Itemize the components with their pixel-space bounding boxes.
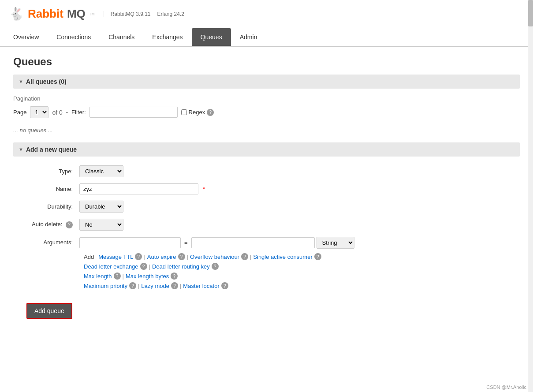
type-row: Type: Classic Quorum bbox=[26, 165, 507, 177]
args-val-input[interactable] bbox=[191, 237, 315, 248]
args-link-row-1: Add Message TTL ? | Auto expire ? | Over… bbox=[84, 253, 354, 260]
arg-link-overflow-behaviour[interactable]: Overflow behaviour bbox=[190, 254, 239, 260]
page-label: Page bbox=[13, 109, 26, 116]
logo-area: 🐇 RabbitMQTM bbox=[9, 7, 95, 21]
overflow-help-icon[interactable]: ? bbox=[241, 253, 248, 260]
dead-letter-exchange-help-icon[interactable]: ? bbox=[140, 263, 147, 270]
arg-link-auto-expire[interactable]: Auto expire bbox=[147, 254, 176, 260]
regex-checkbox[interactable] bbox=[181, 109, 187, 115]
regex-help-icon[interactable]: ? bbox=[207, 109, 214, 116]
arg-link-max-length-bytes[interactable]: Max length bytes bbox=[126, 273, 169, 280]
single-active-help-icon[interactable]: ? bbox=[314, 253, 321, 260]
type-label: Type: bbox=[26, 168, 79, 175]
pipe-3: | bbox=[250, 254, 251, 260]
auto-expire-help-icon[interactable]: ? bbox=[178, 253, 185, 260]
pipe-2: | bbox=[187, 254, 188, 260]
dash-separator: - bbox=[66, 109, 68, 116]
pagination-label: Pagination bbox=[13, 95, 520, 102]
version-info: RabbitMQ 3.9.11 Erlang 24.2 bbox=[104, 11, 184, 17]
arguments-row: Arguments: = String Number Boolean bbox=[26, 237, 507, 292]
arg-link-dead-letter-routing-key[interactable]: Dead letter routing key bbox=[152, 263, 210, 270]
rabbitmq-version: RabbitMQ 3.9.11 bbox=[111, 11, 151, 17]
durability-label: Durability: bbox=[26, 203, 79, 210]
all-queues-header[interactable]: ▼ All queues (0) bbox=[13, 75, 520, 89]
logo-mq: MQ bbox=[67, 7, 86, 21]
pipe-7: | bbox=[180, 283, 181, 289]
auto-delete-label: Auto delete: ? bbox=[26, 221, 79, 228]
name-control: * bbox=[79, 183, 205, 194]
type-select[interactable]: Classic Quorum bbox=[79, 165, 123, 177]
main-nav: Overview Connections Channels Exchanges … bbox=[0, 28, 533, 47]
no-queues-message: ... no queues ... bbox=[13, 127, 520, 134]
pipe-1: | bbox=[144, 254, 145, 260]
logo-tm: TM bbox=[89, 12, 95, 16]
max-length-bytes-help-icon[interactable]: ? bbox=[171, 273, 178, 280]
master-locator-help-icon[interactable]: ? bbox=[221, 282, 228, 289]
args-key-input[interactable] bbox=[79, 237, 181, 248]
scrollbar[interactable] bbox=[528, 0, 533, 336]
nav-channels[interactable]: Channels bbox=[100, 28, 143, 46]
add-queue-button[interactable]: Add queue bbox=[26, 303, 72, 319]
name-input[interactable] bbox=[79, 183, 198, 194]
args-eq: = bbox=[183, 239, 190, 246]
filter-label: Filter: bbox=[71, 109, 86, 116]
max-length-help-icon[interactable]: ? bbox=[114, 273, 121, 280]
name-row: Name: * bbox=[26, 183, 507, 194]
add-queue-section: ▼ Add a new queue Type: Classic Quorum N… bbox=[13, 142, 520, 328]
auto-delete-help-icon[interactable]: ? bbox=[66, 221, 73, 228]
nav-admin[interactable]: Admin bbox=[231, 28, 266, 46]
auto-delete-select[interactable]: No Yes bbox=[79, 219, 123, 231]
maximum-priority-help-icon[interactable]: ? bbox=[129, 282, 136, 289]
args-link-row-4: Maximum priority ? | Lazy mode ? | Maste… bbox=[84, 282, 354, 289]
arg-link-lazy-mode[interactable]: Lazy mode bbox=[141, 283, 169, 289]
dead-letter-routing-key-help-icon[interactable]: ? bbox=[212, 263, 219, 270]
nav-overview[interactable]: Overview bbox=[4, 28, 48, 46]
erlang-version: Erlang 24.2 bbox=[157, 11, 184, 17]
args-link-row-2: Dead letter exchange ? | Dead letter rou… bbox=[84, 263, 354, 270]
of-count: of 0 bbox=[52, 109, 62, 116]
durability-select[interactable]: Durable Transient bbox=[79, 201, 123, 213]
pagination-section: Pagination Page 1 of 0 - Filter: Regex ? bbox=[13, 95, 520, 118]
args-links: Add Message TTL ? | Auto expire ? | Over… bbox=[84, 253, 354, 289]
pipe-4: | bbox=[149, 263, 150, 270]
add-queue-title: Add a new queue bbox=[26, 146, 77, 153]
nav-exchanges[interactable]: Exchanges bbox=[143, 28, 191, 46]
lazy-mode-help-icon[interactable]: ? bbox=[171, 282, 178, 289]
add-queue-arrow: ▼ bbox=[19, 147, 23, 152]
arguments-label: Arguments: bbox=[26, 237, 79, 246]
auto-delete-row: Auto delete: ? No Yes bbox=[26, 219, 507, 231]
message-ttl-help-icon[interactable]: ? bbox=[135, 253, 142, 260]
all-queues-arrow: ▼ bbox=[19, 79, 23, 84]
pagination-controls: Page 1 of 0 - Filter: Regex ? bbox=[13, 106, 520, 118]
scrollbar-thumb[interactable] bbox=[528, 0, 533, 26]
durability-row: Durability: Durable Transient bbox=[26, 201, 507, 213]
required-star: * bbox=[203, 186, 205, 192]
rabbit-icon: 🐇 bbox=[9, 7, 24, 21]
all-queues-title: All queues (0) bbox=[26, 78, 67, 85]
arg-link-master-locator[interactable]: Master locator bbox=[183, 283, 219, 289]
args-type-select[interactable]: String Number Boolean bbox=[317, 237, 354, 249]
arg-link-maximum-priority[interactable]: Maximum priority bbox=[84, 283, 127, 289]
arg-link-message-ttl[interactable]: Message TTL bbox=[98, 254, 133, 260]
main-content: Queues ▼ All queues (0) Pagination Page … bbox=[0, 47, 533, 336]
arg-link-max-length[interactable]: Max length bbox=[84, 273, 112, 280]
add-queue-form: Type: Classic Quorum Name: * Durabili bbox=[13, 157, 520, 328]
pipe-6: | bbox=[138, 283, 139, 289]
add-queue-header[interactable]: ▼ Add a new queue bbox=[13, 142, 520, 157]
name-label: Name: bbox=[26, 186, 79, 192]
filter-input[interactable] bbox=[89, 107, 178, 118]
args-inputs: = String Number Boolean bbox=[79, 237, 354, 249]
header: 🐇 RabbitMQTM RabbitMQ 3.9.11 Erlang 24.2 bbox=[0, 0, 533, 28]
logo-rabbit: Rabbit bbox=[28, 7, 63, 21]
arg-link-dead-letter-exchange[interactable]: Dead letter exchange bbox=[84, 263, 138, 270]
arg-link-single-active-consumer[interactable]: Single active consumer bbox=[253, 254, 312, 260]
page-title: Queues bbox=[13, 56, 520, 68]
page-select[interactable]: 1 bbox=[30, 106, 48, 118]
add-queue-button-container: Add queue bbox=[26, 299, 507, 319]
type-control: Classic Quorum bbox=[79, 165, 123, 177]
arguments-control: = String Number Boolean Add bbox=[79, 237, 354, 292]
pipe-5: | bbox=[123, 273, 124, 280]
nav-queues[interactable]: Queues bbox=[192, 28, 231, 46]
nav-connections[interactable]: Connections bbox=[48, 28, 100, 46]
auto-delete-control: No Yes bbox=[79, 219, 123, 231]
